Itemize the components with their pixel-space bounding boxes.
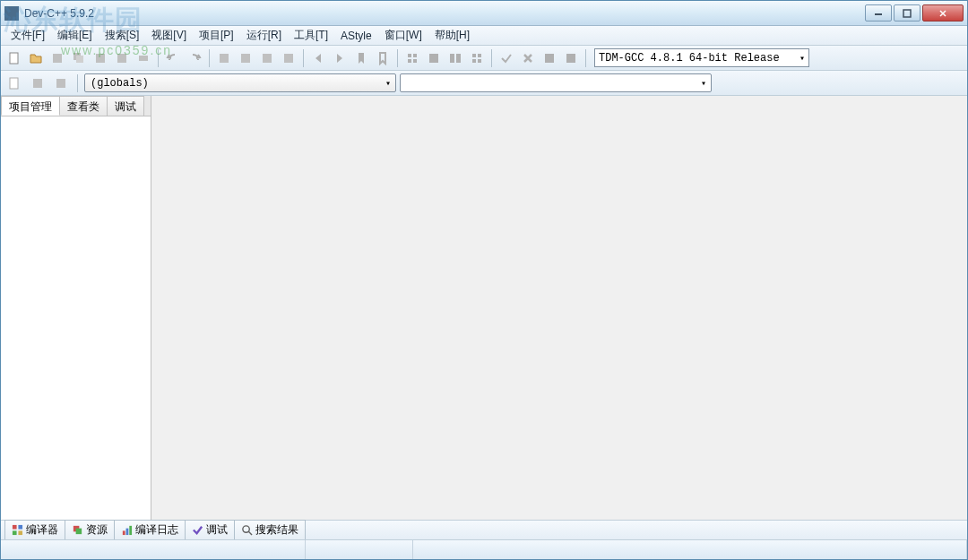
- status-cell: [413, 540, 967, 559]
- bottom-tab-compile-log[interactable]: 编译日志: [114, 520, 186, 540]
- svg-rect-21: [478, 54, 481, 57]
- goto-button[interactable]: [279, 48, 298, 68]
- next-bookmark-button[interactable]: [330, 48, 350, 68]
- debug-button[interactable]: [497, 48, 516, 68]
- prev-bookmark-button[interactable]: [308, 48, 328, 68]
- svg-rect-6: [96, 54, 105, 63]
- new-file-button[interactable]: [4, 48, 24, 68]
- svg-rect-9: [220, 54, 229, 63]
- svg-rect-29: [13, 525, 17, 530]
- svg-rect-35: [123, 530, 125, 535]
- svg-rect-19: [456, 54, 461, 63]
- menu-tools[interactable]: 工具[T]: [288, 26, 334, 45]
- separator: [158, 49, 159, 67]
- svg-rect-7: [117, 54, 126, 63]
- bottom-tab-label: 编译日志: [135, 522, 178, 538]
- tab-project[interactable]: 项目管理: [1, 96, 60, 116]
- insert-button[interactable]: [28, 73, 48, 93]
- tab-classes[interactable]: 查看类: [59, 96, 108, 116]
- menu-file[interactable]: 文件[F]: [4, 26, 51, 45]
- svg-rect-16: [413, 59, 417, 63]
- scope-dropdown-value: (globals): [91, 77, 149, 90]
- run-button[interactable]: [424, 48, 444, 68]
- window-controls: [865, 4, 964, 22]
- menu-search[interactable]: 搜索[S]: [99, 26, 146, 45]
- compiler-selector-value: TDM-GCC 4.8.1 64-bit Release: [599, 52, 780, 65]
- menu-edit[interactable]: 编辑[E]: [51, 26, 99, 45]
- separator: [491, 49, 492, 67]
- check-icon: [192, 524, 203, 536]
- svg-rect-5: [76, 56, 83, 63]
- svg-rect-26: [10, 78, 18, 89]
- goto-bookmark-button[interactable]: [373, 48, 393, 68]
- find-next-button[interactable]: [257, 48, 277, 68]
- svg-rect-17: [429, 54, 438, 63]
- window-title: Dev-C++ 5.9.2: [24, 7, 865, 20]
- project-tree[interactable]: [1, 116, 151, 520]
- menu-project[interactable]: 项目[P]: [193, 26, 240, 45]
- save-as-button[interactable]: [91, 48, 110, 68]
- svg-rect-12: [284, 54, 293, 63]
- scope-dropdown[interactable]: (globals): [84, 73, 396, 92]
- profile-button[interactable]: [540, 48, 559, 68]
- svg-rect-37: [129, 526, 132, 535]
- menu-window[interactable]: 窗口[W]: [378, 26, 428, 45]
- redo-button[interactable]: [185, 48, 204, 68]
- chart-icon: [121, 524, 133, 536]
- print-button[interactable]: [134, 48, 153, 68]
- menu-help[interactable]: 帮助[H]: [428, 26, 476, 45]
- undo-button[interactable]: [163, 48, 183, 68]
- bottom-tab-search-results[interactable]: 搜索结果: [234, 520, 306, 540]
- title-bar[interactable]: Dev-C++ 5.9.2: [1, 1, 967, 26]
- bottom-tab-debug[interactable]: 调试: [185, 520, 235, 540]
- minimize-button[interactable]: [865, 4, 892, 22]
- save-button[interactable]: [48, 48, 67, 68]
- svg-rect-11: [263, 54, 272, 63]
- close-button[interactable]: [922, 4, 964, 22]
- close-file-button[interactable]: [112, 48, 132, 68]
- svg-rect-31: [13, 530, 17, 535]
- find-button[interactable]: [214, 48, 234, 68]
- member-dropdown[interactable]: [400, 73, 712, 92]
- editor-area[interactable]: [151, 96, 967, 520]
- svg-rect-34: [76, 529, 82, 535]
- bottom-tab-resources[interactable]: 资源: [65, 520, 115, 540]
- maximize-button[interactable]: [894, 4, 920, 22]
- compile-run-button[interactable]: [445, 48, 465, 68]
- app-window: Dev-C++ 5.9.2 文件[F] 编辑[E] 搜索[S] 视图[V] 项目…: [0, 0, 968, 560]
- menu-run[interactable]: 运行[R]: [240, 26, 288, 45]
- menu-astyle[interactable]: AStyle: [334, 28, 378, 44]
- bottom-tabs: 编译器 资源 编译日志 调试 搜索结果: [1, 520, 967, 539]
- svg-rect-25: [566, 54, 575, 63]
- svg-rect-28: [56, 79, 65, 88]
- open-button[interactable]: [26, 48, 46, 68]
- side-tabs: 项目管理 查看类 调试: [1, 96, 151, 116]
- new-class-button[interactable]: [4, 73, 24, 93]
- search-icon: [241, 524, 253, 536]
- app-icon: [4, 6, 19, 21]
- bottom-tab-label: 搜索结果: [255, 522, 298, 538]
- bookmark-button[interactable]: [51, 73, 71, 93]
- separator: [209, 49, 210, 67]
- delete-profile-button[interactable]: [561, 48, 581, 68]
- status-bar: [1, 539, 967, 559]
- rebuild-button[interactable]: [467, 48, 487, 68]
- separator: [303, 49, 304, 67]
- main-area: 项目管理 查看类 调试: [1, 96, 967, 520]
- svg-rect-13: [408, 54, 411, 57]
- menu-bar: 文件[F] 编辑[E] 搜索[S] 视图[V] 项目[P] 运行[R] 工具[T…: [1, 26, 967, 46]
- compiler-selector[interactable]: TDM-GCC 4.8.1 64-bit Release: [594, 48, 809, 67]
- replace-button[interactable]: [236, 48, 255, 68]
- tab-debug[interactable]: 调试: [107, 96, 144, 116]
- compile-button[interactable]: [402, 48, 422, 68]
- bottom-tab-compiler[interactable]: 编译器: [4, 520, 65, 540]
- separator: [585, 49, 586, 67]
- svg-point-38: [243, 526, 249, 532]
- toggle-bookmark-button[interactable]: [351, 48, 371, 68]
- svg-rect-2: [10, 53, 18, 64]
- svg-rect-18: [450, 54, 454, 63]
- separator: [397, 49, 398, 67]
- save-all-button[interactable]: [69, 48, 89, 68]
- menu-view[interactable]: 视图[V]: [145, 26, 193, 45]
- stop-exec-button[interactable]: [518, 48, 538, 68]
